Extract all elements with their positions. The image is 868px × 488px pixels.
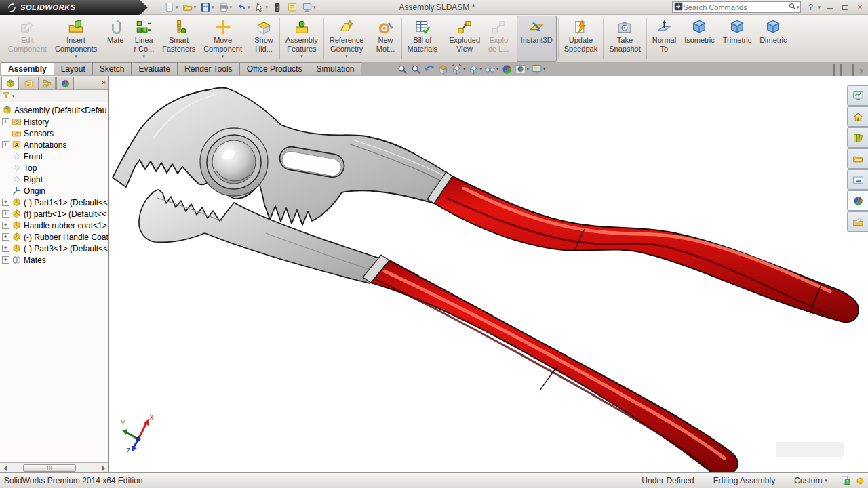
file-properties-icon[interactable] bbox=[285, 1, 299, 14]
ribbon-button-mate[interactable]: Mate bbox=[101, 16, 130, 62]
hide-show-items-icon[interactable]: ▾ bbox=[484, 64, 499, 75]
expand-icon[interactable]: + bbox=[2, 141, 9, 148]
expand-icon[interactable]: + bbox=[2, 245, 9, 252]
zoom-to-fit-icon[interactable] bbox=[397, 64, 408, 75]
search-options-caret[interactable]: ▾ bbox=[797, 5, 800, 10]
help-caret[interactable]: ▾ bbox=[818, 5, 821, 10]
tab-layout[interactable]: Layout bbox=[54, 62, 93, 75]
tree-item-rubber-handle-coat[interactable]: +(-) Rubber Handle Coat bbox=[0, 231, 108, 243]
ribbon-button-new-mot[interactable]: NewMot... bbox=[372, 16, 400, 62]
save-icon[interactable]: ▾ bbox=[199, 1, 216, 14]
undo-icon[interactable]: ▾ bbox=[235, 1, 252, 14]
tree-item-mates[interactable]: +Mates bbox=[0, 254, 108, 266]
edit-appearance-icon[interactable] bbox=[501, 64, 513, 75]
scroll-thumb[interactable] bbox=[23, 464, 76, 472]
expand-icon[interactable]: + bbox=[2, 210, 9, 218]
previous-view-icon[interactable] bbox=[424, 64, 435, 75]
rebuild-icon[interactable] bbox=[271, 1, 284, 14]
status-help-icon[interactable]: ? bbox=[841, 476, 851, 486]
ribbon-button-reference-geometry[interactable]: ReferenceGeometry▾ bbox=[326, 16, 368, 62]
tree-item-part1-1-default[interactable]: +(-) Part1<1> (Default<< bbox=[0, 197, 108, 208]
tab-sketch[interactable]: Sketch bbox=[93, 62, 132, 75]
help-button[interactable]: ? bbox=[805, 3, 816, 12]
ribbon-button-isometric[interactable]: Isometric bbox=[680, 16, 719, 62]
restore-doc-button[interactable] bbox=[852, 64, 854, 77]
tab-render-tools[interactable]: Render Tools bbox=[178, 62, 240, 75]
apply-scene-icon[interactable]: ▾ bbox=[515, 64, 530, 75]
taskpane-view-palette[interactable] bbox=[847, 169, 868, 190]
taskpane-custom-properties[interactable] bbox=[847, 211, 868, 232]
taskpane-design-library[interactable] bbox=[847, 127, 868, 148]
panel-tab-configuration-manager[interactable] bbox=[38, 77, 56, 89]
tree-item-right[interactable]: Right bbox=[0, 174, 108, 185]
ribbon-button-bill-of-materials[interactable]: Bill ofMaterials bbox=[403, 16, 442, 62]
options-icon[interactable]: ▾ bbox=[300, 1, 317, 14]
panel-tab-display-manager[interactable] bbox=[56, 77, 74, 89]
ribbon-button-show-hid[interactable]: ShowHid... bbox=[250, 16, 278, 62]
minimize-button[interactable] bbox=[825, 3, 835, 12]
zoom-to-area-icon[interactable] bbox=[410, 64, 422, 75]
ribbon-button-exploded-view[interactable]: ExplodedView bbox=[445, 16, 484, 62]
display-style-icon[interactable]: ▾ bbox=[468, 64, 483, 75]
ribbon-button-update-speedpak[interactable]: UpdateSpeedpak bbox=[560, 16, 602, 62]
expand-icon[interactable]: + bbox=[2, 118, 9, 125]
expand-icon[interactable]: + bbox=[2, 199, 9, 206]
panel-tab-featuremanager-tree[interactable] bbox=[1, 77, 19, 89]
tree-horizontal-scrollbar[interactable] bbox=[0, 462, 108, 472]
view-orientation-icon[interactable]: ▾ bbox=[451, 64, 466, 75]
print-icon[interactable]: ▾ bbox=[217, 1, 234, 14]
tree-item-sensors[interactable]: Sensors bbox=[0, 127, 108, 139]
tree-item-front[interactable]: Front bbox=[0, 150, 108, 162]
close-button[interactable]: × bbox=[854, 3, 865, 12]
expand-icon[interactable]: + bbox=[2, 222, 9, 229]
expand-icon[interactable]: + bbox=[2, 233, 9, 241]
panel-tab-overflow[interactable]: » bbox=[102, 78, 106, 86]
search-input[interactable] bbox=[683, 3, 787, 12]
tree-item-f-part5-1-default[interactable]: +(f) part5<1> (Default<< bbox=[0, 208, 108, 220]
filter-funnel-icon[interactable] bbox=[2, 90, 11, 102]
status-custom-selector[interactable]: Custom▾ bbox=[794, 476, 827, 485]
status-tip-icon[interactable] bbox=[855, 476, 865, 486]
taskpane-resources[interactable] bbox=[847, 85, 868, 106]
taskpane-appearances-scenes[interactable] bbox=[847, 190, 868, 211]
tab-simulation[interactable]: Simulation bbox=[309, 62, 361, 75]
ribbon-button-insert-components[interactable]: InsertComponents▾ bbox=[51, 16, 101, 62]
split-b-button[interactable] bbox=[840, 64, 842, 77]
close-doc-button[interactable]: × bbox=[859, 64, 864, 77]
tree-item-handle-rubber-coat-1[interactable]: +Handle rubber coat<1> bbox=[0, 220, 108, 231]
restore-button[interactable] bbox=[840, 3, 850, 12]
open-folder-icon[interactable]: ▾ bbox=[181, 1, 198, 14]
ribbon-button-assembly-features[interactable]: AssemblyFeatures▾ bbox=[281, 16, 322, 62]
section-view-icon[interactable] bbox=[437, 64, 449, 75]
scroll-left-arrow[interactable] bbox=[0, 463, 9, 472]
scroll-right-arrow[interactable] bbox=[99, 463, 108, 472]
taskpane-home[interactable] bbox=[847, 106, 868, 127]
split-a-button[interactable] bbox=[833, 64, 835, 77]
ribbon-button-trimetric[interactable]: Trimetric bbox=[719, 16, 755, 62]
tree-item-origin[interactable]: Origin bbox=[0, 185, 108, 197]
ribbon-button-normal-to[interactable]: NormalTo bbox=[648, 16, 680, 62]
ribbon-button-dimetric[interactable]: Dimetric bbox=[755, 16, 791, 62]
tree-item-part3-1-default[interactable]: +(-) Part3<1> (Default<< bbox=[0, 243, 108, 254]
ribbon-button-instant3d[interactable]: Instant3D bbox=[517, 16, 557, 62]
view-settings-icon[interactable]: ▾ bbox=[531, 64, 546, 75]
tree-item-history[interactable]: +History bbox=[0, 116, 108, 127]
tab-evaluate[interactable]: Evaluate bbox=[132, 62, 178, 75]
tree-item-assembly-default-defau[interactable]: Assembly (Default<Defau bbox=[0, 104, 108, 116]
filter-caret[interactable]: ▾ bbox=[12, 94, 15, 99]
taskpane-file-explorer[interactable] bbox=[847, 148, 868, 169]
ribbon-button-take-snapshot[interactable]: TakeSnapshot bbox=[605, 16, 644, 62]
pliers-model[interactable] bbox=[110, 76, 868, 472]
select-cursor-icon[interactable]: ▾ bbox=[253, 1, 270, 14]
ribbon-button-linea-r-co[interactable]: Linear Co...▾ bbox=[130, 16, 158, 62]
new-document-icon[interactable]: ▾ bbox=[163, 1, 180, 14]
ribbon-button-smart-fasteners[interactable]: SmartFasteners bbox=[158, 16, 199, 62]
panel-tab-property-manager[interactable] bbox=[20, 77, 37, 89]
graphics-viewport[interactable]: X Y Z bbox=[110, 76, 868, 472]
expand-icon[interactable]: + bbox=[2, 256, 9, 264]
tree-item-annotations[interactable]: +AAnnotations bbox=[0, 139, 108, 150]
search-icon[interactable] bbox=[788, 1, 797, 14]
tree-item-top[interactable]: Top bbox=[0, 162, 108, 174]
tab-assembly[interactable]: Assembly bbox=[1, 62, 54, 75]
tab-office-products[interactable]: Office Products bbox=[240, 62, 310, 75]
